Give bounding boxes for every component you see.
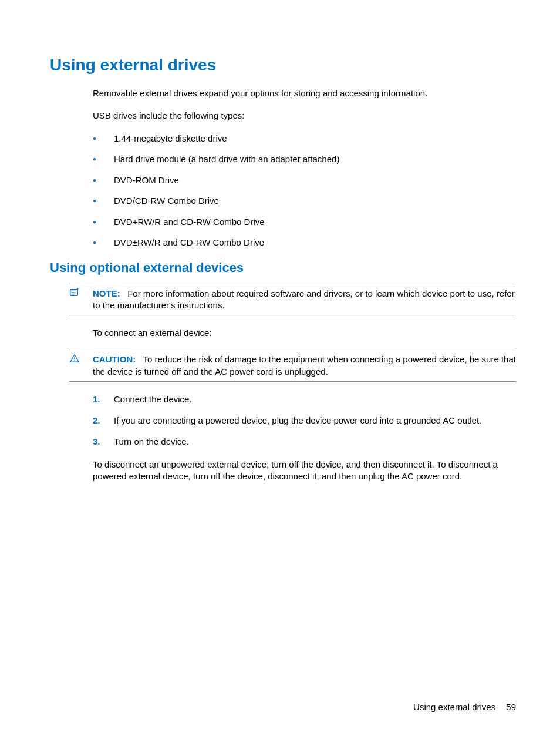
step-number: 2. [93, 415, 100, 426]
step-number: 3. [93, 436, 100, 448]
step-number: 1. [93, 394, 100, 405]
list-item: Hard drive module (a hard drive with an … [93, 153, 516, 165]
list-item: DVD+RW/R and CD-RW Combo Drive [93, 216, 516, 228]
svg-point-2 [74, 360, 75, 361]
heading-level-1: Using external drives [50, 56, 516, 75]
list-item: DVD±RW/R and CD-RW Combo Drive [93, 237, 516, 248]
footer-page-number: 59 [506, 702, 516, 712]
section-body: 1. Connect the device. 2. If you are con… [93, 394, 516, 482]
list-item: 1. Connect the device. [93, 394, 516, 405]
note-text: For more information about required soft… [93, 288, 515, 310]
caution-body: CAUTION: To reduce the risk of damage to… [93, 354, 516, 378]
paragraph: USB drives include the following types: [93, 110, 516, 122]
bullet-list: 1.44-megabyte diskette drive Hard drive … [93, 133, 516, 248]
section-body: Removable external drives expand your op… [93, 88, 516, 248]
caution-callout: CAUTION: To reduce the risk of damage to… [69, 350, 516, 382]
step-text: Connect the device. [114, 394, 192, 404]
note-body: NOTE: For more information about require… [93, 288, 516, 312]
step-text: Turn on the device. [114, 436, 189, 446]
footer-section-title: Using external drives [413, 702, 495, 712]
paragraph: Removable external drives expand your op… [93, 88, 516, 99]
caution-text: To reduce the risk of damage to the equi… [93, 354, 516, 376]
caution-label: CAUTION: [93, 354, 136, 364]
caution-icon [69, 354, 80, 363]
note-callout: NOTE: For more information about require… [69, 284, 516, 316]
list-item: 3. Turn on the device. [93, 436, 516, 448]
section-body: To connect an external device: [93, 327, 516, 339]
numbered-list: 1. Connect the device. 2. If you are con… [93, 394, 516, 448]
list-item: DVD/CD-RW Combo Drive [93, 195, 516, 207]
list-item: 2. If you are connecting a powered devic… [93, 415, 516, 426]
note-label: NOTE: [93, 288, 120, 298]
paragraph: To connect an external device: [93, 327, 516, 339]
heading-level-2: Using optional external devices [50, 260, 516, 275]
step-text: If you are connecting a powered device, … [114, 415, 481, 425]
note-icon [69, 288, 80, 297]
document-page: Using external drives Removable external… [0, 0, 560, 528]
paragraph: To disconnect an unpowered external devi… [93, 459, 516, 483]
list-item: 1.44-megabyte diskette drive [93, 133, 516, 145]
page-footer: Using external drives 59 [413, 702, 516, 712]
list-item: DVD-ROM Drive [93, 174, 516, 186]
